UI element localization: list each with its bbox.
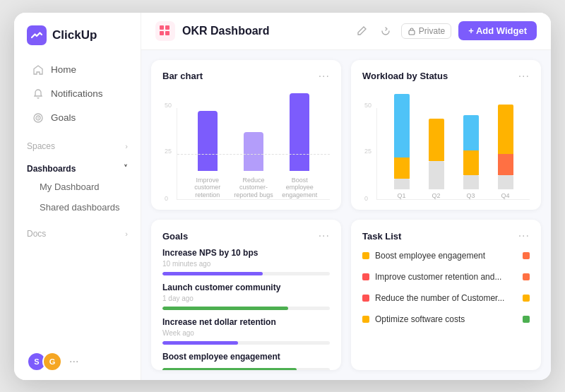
goal-name-2: Increase net dollar retention (162, 317, 330, 327)
refresh-button[interactable] (377, 23, 394, 40)
task-flag-1 (523, 273, 530, 280)
task-item-0: Boost employee engagement (362, 248, 530, 263)
sidebar-item-my-dashboard[interactable]: My Dashboard (20, 177, 135, 196)
bar-group-0: Improve customer retention (186, 111, 229, 199)
q1-label: Q1 (397, 192, 405, 199)
bar-2 (290, 93, 309, 171)
avatar-stack: S G (27, 352, 62, 372)
goal-track-3 (162, 368, 330, 370)
sidebar-item-notifications[interactable]: Notifications (20, 83, 135, 105)
bar-chart-area: 50 25 0 Improve customer retention Reduc… (162, 88, 330, 201)
sidebar-item-goals-label: Goals (51, 112, 76, 123)
goal-fill-2 (162, 341, 238, 345)
dashboard-grid-icon (155, 21, 175, 41)
q3-label: Q3 (466, 192, 475, 199)
stacked-bar-q4 (494, 105, 517, 189)
task-name-3: Optimize software costs (375, 314, 517, 324)
sidebar-nav: Home Notifications Goals (14, 52, 141, 247)
sidebar-section-docs[interactable]: Docs › (14, 222, 141, 242)
goal-track-2 (162, 341, 330, 345)
svg-point-3 (37, 117, 39, 119)
topbar: OKR Dashboard Private + Add Widget (141, 13, 551, 50)
workload-chart-title: Workload by Status (362, 71, 448, 81)
q3-seg-blue (463, 115, 479, 150)
task-list-header: Task List ··· (362, 230, 530, 242)
bar-chart-card: Bar chart ··· 50 25 0 Improve customer r… (151, 60, 341, 210)
workload-group-q1: Q1 (391, 94, 413, 199)
goal-item-1: Launch customer community 1 day ago (162, 283, 330, 310)
bar-chart-header: Bar chart ··· (162, 70, 330, 83)
sidebar-item-home[interactable]: Home (20, 59, 135, 81)
add-widget-button[interactable]: + Add Widget (458, 21, 537, 40)
w-y-label-0: 0 (364, 195, 368, 202)
home-icon (32, 64, 44, 76)
task-flag-3 (523, 316, 530, 323)
task-item-2: Reduce the number of Customer... (362, 290, 530, 306)
task-name-0: Boost employee engagement (375, 251, 517, 261)
svg-rect-4 (155, 21, 175, 41)
app-window: ClickUp Home Notifications (14, 13, 551, 380)
edit-button[interactable] (353, 23, 370, 40)
q1-seg-blue (394, 94, 410, 158)
bar-label-0: Improve customer retention (186, 177, 229, 199)
task-list-title: Task List (362, 231, 401, 242)
task-flag-0 (523, 252, 530, 259)
sidebar-section-dashboards[interactable]: Dashboards ˅ (14, 157, 141, 177)
task-name-1: Improve customer retention and... (375, 272, 517, 282)
goal-name-0: Increase NPS by 10 bps (162, 248, 330, 258)
task-list-menu[interactable]: ··· (518, 230, 530, 242)
q1-seg-yellow (394, 158, 410, 179)
workload-group-q2: Q2 (425, 119, 448, 199)
q2-seg-gray (429, 161, 444, 189)
workload-chart-menu[interactable]: ··· (518, 70, 530, 83)
y-label-0: 0 (165, 195, 168, 202)
bar-label-2: Boost employee engagement (278, 177, 321, 199)
sidebar-item-goals[interactable]: Goals (20, 107, 135, 129)
w-y-label-25: 25 (364, 148, 371, 155)
bar-group-2: Boost employee engagement (278, 93, 321, 199)
target-icon (32, 112, 44, 124)
goal-time-2: Week ago (162, 329, 330, 337)
sidebar-item-home-label: Home (51, 64, 76, 75)
task-flag-2 (523, 295, 530, 302)
y-label-50: 50 (165, 102, 172, 109)
bar-0 (198, 111, 218, 171)
sidebar-section-spaces[interactable]: Spaces › (14, 134, 141, 154)
goals-list: Increase NPS by 10 bps 10 minutes ago La… (162, 248, 330, 370)
task-dot-0 (362, 252, 369, 259)
goal-time-0: 10 minutes ago (162, 260, 330, 268)
task-dot-3 (362, 316, 369, 323)
goal-time-1: 1 day ago (162, 295, 330, 302)
bar-chart-menu[interactable]: ··· (319, 70, 330, 83)
goal-fill-1 (162, 307, 288, 310)
workload-chart-header: Workload by Status ··· (362, 70, 530, 83)
dashboard-grid: Bar chart ··· 50 25 0 Improve customer r… (141, 50, 551, 380)
goals-card-header: Goals ··· (162, 230, 330, 242)
workload-group-q3: Q3 (460, 115, 482, 199)
task-item-1: Improve customer retention and... (362, 269, 530, 285)
svg-rect-7 (160, 31, 164, 35)
workload-group-q4: Q4 (494, 105, 517, 199)
stacked-bar-q2 (425, 119, 448, 189)
svg-rect-8 (165, 31, 170, 35)
goals-card-menu[interactable]: ··· (319, 230, 330, 242)
w-y-label-50: 50 (364, 102, 371, 109)
svg-rect-5 (160, 25, 164, 30)
sidebar-item-shared-dashboards[interactable]: Shared dashboards (20, 198, 135, 217)
bar-1 (244, 132, 263, 171)
main-content: OKR Dashboard Private + Add Widget (141, 13, 551, 380)
private-badge[interactable]: Private (401, 23, 451, 39)
goal-fill-3 (162, 368, 297, 370)
task-item-3: Optimize software costs (362, 311, 530, 327)
stacked-bar-q3 (460, 115, 482, 189)
workload-chart-area: 50 25 0 Q1 (362, 88, 530, 201)
stacked-bar-q1 (391, 94, 413, 189)
goal-fill-0 (162, 272, 263, 275)
more-users-indicator: ··· (69, 355, 78, 368)
q4-seg-red (498, 154, 513, 175)
page-title: OKR Dashboard (182, 25, 346, 37)
q4-label: Q4 (501, 192, 509, 199)
q2-label: Q2 (432, 192, 440, 199)
bell-icon (32, 88, 44, 100)
clickup-logo-icon (27, 25, 47, 45)
